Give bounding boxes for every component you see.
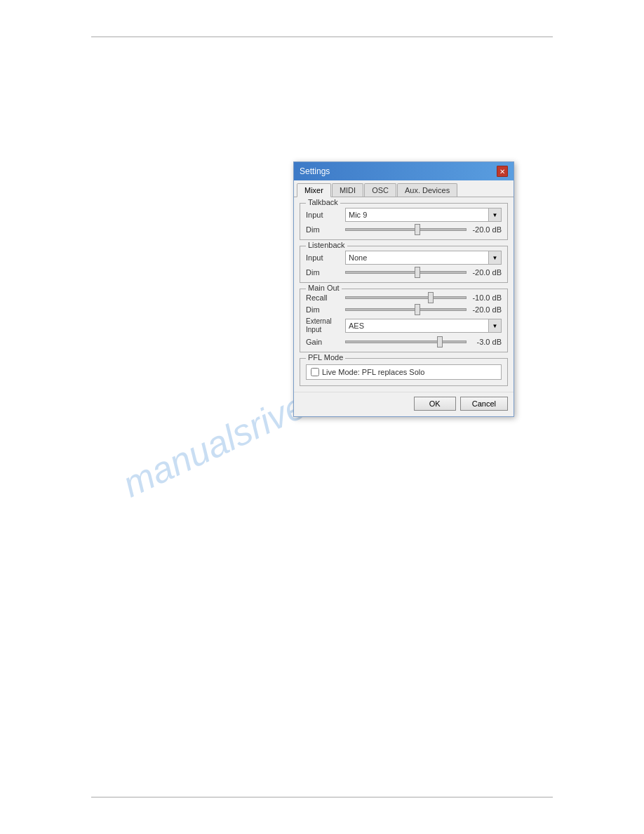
main-out-gain-row: Gain -3.0 dB bbox=[306, 338, 502, 346]
main-out-gain-label: Gain bbox=[306, 338, 342, 346]
tab-aux-devices[interactable]: Aux. Devices bbox=[397, 183, 457, 197]
talkback-input-dropdown-wrapper: Mic 9 ▼ bbox=[345, 208, 502, 222]
tab-midi[interactable]: MIDI bbox=[332, 183, 363, 197]
settings-dialog: Settings ✕ Mixer MIDI OSC Aux. Devices T… bbox=[293, 161, 514, 417]
main-out-recall-slider-wrapper bbox=[345, 296, 467, 299]
main-out-recall-label: Recall bbox=[306, 293, 342, 302]
main-out-gain-value: -3.0 dB bbox=[469, 338, 502, 346]
pfl-mode-checkbox[interactable] bbox=[311, 368, 319, 376]
listenback-input-row: Input None ▼ bbox=[306, 251, 502, 265]
talkback-input-label: Input bbox=[306, 211, 342, 219]
dialog-titlebar: Settings ✕ bbox=[294, 162, 514, 180]
cancel-button[interactable]: Cancel bbox=[460, 397, 508, 411]
talkback-group: Talkback Input Mic 9 ▼ Dim bbox=[300, 203, 508, 240]
page-line-bottom bbox=[91, 797, 553, 797]
main-out-dim-row: Dim -20.0 dB bbox=[306, 305, 502, 314]
listenback-dim-slider[interactable] bbox=[345, 271, 467, 274]
tab-bar: Mixer MIDI OSC Aux. Devices bbox=[294, 180, 514, 197]
listenback-input-label: Input bbox=[306, 253, 342, 262]
main-out-dim-value: -20.0 dB bbox=[469, 305, 502, 314]
main-out-gain-slider[interactable] bbox=[345, 340, 467, 343]
tab-mixer[interactable]: Mixer bbox=[297, 183, 331, 197]
dialog-content: Talkback Input Mic 9 ▼ Dim bbox=[294, 197, 514, 392]
tab-osc[interactable]: OSC bbox=[364, 183, 396, 197]
listenback-input-dropdown-wrapper: None ▼ bbox=[345, 251, 502, 265]
main-out-group-title: Main Out bbox=[306, 284, 342, 292]
pfl-mode-checkbox-label: Live Mode: PFL replaces Solo bbox=[322, 368, 424, 376]
listenback-dim-row: Dim -20.0 dB bbox=[306, 268, 502, 277]
main-out-dim-slider-wrapper bbox=[345, 308, 467, 311]
talkback-dim-value: -20.0 dB bbox=[469, 225, 502, 234]
main-out-ext-input-dropdown[interactable]: AES bbox=[345, 319, 502, 333]
dialog-footer: OK Cancel bbox=[294, 392, 514, 416]
main-out-dim-slider[interactable] bbox=[345, 308, 467, 311]
main-out-dim-label: Dim bbox=[306, 305, 342, 314]
talkback-dim-row: Dim -20.0 dB bbox=[306, 225, 502, 234]
close-button[interactable]: ✕ bbox=[497, 166, 508, 177]
main-out-recall-row: Recall -10.0 dB bbox=[306, 293, 502, 302]
page-line-top bbox=[91, 37, 553, 37]
main-out-recall-slider[interactable] bbox=[345, 296, 467, 299]
ok-button[interactable]: OK bbox=[414, 397, 456, 411]
talkback-input-dropdown[interactable]: Mic 9 bbox=[345, 208, 502, 222]
talkback-dim-slider-wrapper bbox=[345, 228, 467, 231]
talkback-input-row: Input Mic 9 ▼ bbox=[306, 208, 502, 222]
main-out-ext-input-label: ExternalInput bbox=[306, 317, 342, 334]
listenback-dim-label: Dim bbox=[306, 268, 342, 277]
listenback-dim-value: -20.0 dB bbox=[469, 268, 502, 277]
pfl-mode-group: PFL Mode Live Mode: PFL replaces Solo bbox=[300, 358, 508, 386]
pfl-mode-group-title: PFL Mode bbox=[306, 353, 345, 362]
listenback-group-title: Listenback bbox=[306, 241, 347, 249]
main-out-group: Main Out Recall -10.0 dB Dim -20.0 dB bbox=[300, 289, 508, 352]
talkback-dim-label: Dim bbox=[306, 225, 342, 234]
main-out-recall-value: -10.0 dB bbox=[469, 293, 502, 302]
dialog-title: Settings bbox=[300, 166, 330, 176]
main-out-gain-slider-wrapper bbox=[345, 340, 467, 343]
listenback-dim-slider-wrapper bbox=[345, 271, 467, 274]
talkback-group-title: Talkback bbox=[306, 198, 340, 206]
talkback-dim-slider[interactable] bbox=[345, 228, 467, 231]
main-out-ext-input-row: ExternalInput AES ▼ bbox=[306, 317, 502, 334]
main-out-ext-input-dropdown-wrapper: AES ▼ bbox=[345, 319, 502, 333]
listenback-input-dropdown[interactable]: None bbox=[345, 251, 502, 265]
dialog-overlay: Settings ✕ Mixer MIDI OSC Aux. Devices T… bbox=[293, 161, 514, 417]
listenback-group: Listenback Input None ▼ Dim bbox=[300, 246, 508, 283]
pfl-mode-inner: Live Mode: PFL replaces Solo bbox=[306, 364, 502, 380]
pfl-checkbox-row: Live Mode: PFL replaces Solo bbox=[311, 368, 497, 376]
